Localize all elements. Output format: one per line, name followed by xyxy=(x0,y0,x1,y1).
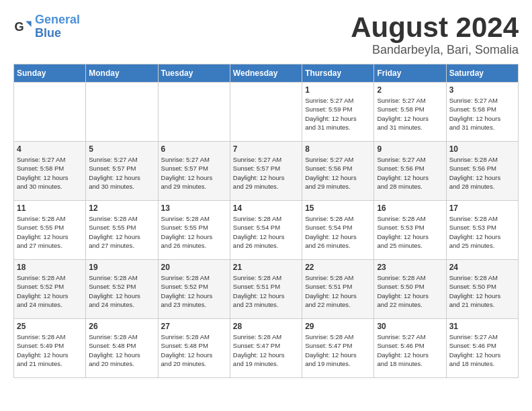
day-info: Sunrise: 5:28 AMSunset: 5:50 PMDaylight:… xyxy=(377,273,443,309)
header-tuesday: Tuesday xyxy=(158,64,230,83)
table-row: 17Sunrise: 5:28 AMSunset: 5:53 PMDayligh… xyxy=(446,201,518,260)
table-row: 22Sunrise: 5:28 AMSunset: 5:51 PMDayligh… xyxy=(302,260,374,319)
day-number: 18 xyxy=(17,263,83,272)
day-number: 26 xyxy=(89,322,154,331)
day-info: Sunrise: 5:28 AMSunset: 5:55 PMDaylight:… xyxy=(161,214,227,250)
day-number: 25 xyxy=(17,322,83,331)
day-number: 14 xyxy=(233,203,299,213)
calendar-week-row: 11Sunrise: 5:28 AMSunset: 5:55 PMDayligh… xyxy=(14,201,519,260)
day-number: 15 xyxy=(305,203,371,213)
table-row: 27Sunrise: 5:28 AMSunset: 5:48 PMDayligh… xyxy=(158,319,230,378)
day-number: 1 xyxy=(305,85,371,95)
table-row: 18Sunrise: 5:28 AMSunset: 5:52 PMDayligh… xyxy=(14,260,86,319)
day-number: 29 xyxy=(305,322,371,331)
table-row: 19Sunrise: 5:28 AMSunset: 5:52 PMDayligh… xyxy=(86,260,158,319)
calendar-week-row: 25Sunrise: 5:28 AMSunset: 5:49 PMDayligh… xyxy=(14,319,519,378)
day-info: Sunrise: 5:28 AMSunset: 5:47 PMDaylight:… xyxy=(305,332,371,368)
table-row: 8Sunrise: 5:27 AMSunset: 5:56 PMDaylight… xyxy=(302,142,374,201)
table-row: 23Sunrise: 5:28 AMSunset: 5:50 PMDayligh… xyxy=(374,260,446,319)
table-row: 5Sunrise: 5:27 AMSunset: 5:57 PMDaylight… xyxy=(86,142,158,201)
logo-text: GeneralBlue xyxy=(35,13,80,40)
day-number: 22 xyxy=(305,263,371,272)
day-number: 23 xyxy=(377,263,443,272)
day-info: Sunrise: 5:28 AMSunset: 5:51 PMDaylight:… xyxy=(233,273,299,309)
table-row: 21Sunrise: 5:28 AMSunset: 5:51 PMDayligh… xyxy=(230,260,302,319)
table-row: 24Sunrise: 5:28 AMSunset: 5:50 PMDayligh… xyxy=(446,260,518,319)
table-row: 10Sunrise: 5:28 AMSunset: 5:56 PMDayligh… xyxy=(446,142,518,201)
day-number: 31 xyxy=(449,322,515,331)
table-row: 6Sunrise: 5:27 AMSunset: 5:57 PMDaylight… xyxy=(158,142,230,201)
day-info: Sunrise: 5:27 AMSunset: 5:56 PMDaylight:… xyxy=(377,155,443,191)
day-number: 30 xyxy=(377,322,443,331)
day-number: 6 xyxy=(161,144,227,154)
day-info: Sunrise: 5:28 AMSunset: 5:52 PMDaylight:… xyxy=(89,273,154,309)
table-row: 14Sunrise: 5:28 AMSunset: 5:54 PMDayligh… xyxy=(230,201,302,260)
logo: G GeneralBlue xyxy=(13,13,80,40)
day-number: 27 xyxy=(161,322,227,331)
table-row: 31Sunrise: 5:27 AMSunset: 5:46 PMDayligh… xyxy=(446,319,518,378)
day-info: Sunrise: 5:27 AMSunset: 5:58 PMDaylight:… xyxy=(449,96,515,132)
day-number: 8 xyxy=(305,144,371,154)
day-number: 3 xyxy=(449,85,515,95)
table-row xyxy=(158,83,230,142)
day-info: Sunrise: 5:27 AMSunset: 5:57 PMDaylight:… xyxy=(233,155,299,191)
page-header: G GeneralBlue August 2024 Bandarbeyla, B… xyxy=(13,13,519,57)
day-info: Sunrise: 5:28 AMSunset: 5:53 PMDaylight:… xyxy=(377,214,443,250)
day-number: 20 xyxy=(161,263,227,272)
header-wednesday: Wednesday xyxy=(230,64,302,83)
calendar-header-row: Sunday Monday Tuesday Wednesday Thursday… xyxy=(14,64,519,83)
svg-marker-1 xyxy=(26,21,31,26)
table-row: 20Sunrise: 5:28 AMSunset: 5:52 PMDayligh… xyxy=(158,260,230,319)
day-number: 10 xyxy=(449,144,515,154)
day-info: Sunrise: 5:28 AMSunset: 5:48 PMDaylight:… xyxy=(89,332,154,368)
day-info: Sunrise: 5:28 AMSunset: 5:52 PMDaylight:… xyxy=(161,273,227,309)
day-number: 24 xyxy=(449,263,515,272)
table-row: 3Sunrise: 5:27 AMSunset: 5:58 PMDaylight… xyxy=(446,83,518,142)
day-info: Sunrise: 5:28 AMSunset: 5:55 PMDaylight:… xyxy=(89,214,154,250)
table-row xyxy=(230,83,302,142)
table-row: 13Sunrise: 5:28 AMSunset: 5:55 PMDayligh… xyxy=(158,201,230,260)
day-number: 16 xyxy=(377,203,443,213)
day-info: Sunrise: 5:28 AMSunset: 5:49 PMDaylight:… xyxy=(17,332,83,368)
title-area: August 2024 Bandarbeyla, Bari, Somalia xyxy=(351,13,519,57)
table-row: 25Sunrise: 5:28 AMSunset: 5:49 PMDayligh… xyxy=(14,319,86,378)
day-number: 28 xyxy=(233,322,299,331)
day-info: Sunrise: 5:28 AMSunset: 5:55 PMDaylight:… xyxy=(17,214,83,250)
day-number: 4 xyxy=(17,144,83,154)
day-info: Sunrise: 5:27 AMSunset: 5:58 PMDaylight:… xyxy=(377,96,443,132)
day-info: Sunrise: 5:27 AMSunset: 5:58 PMDaylight:… xyxy=(17,155,83,191)
table-row: 15Sunrise: 5:28 AMSunset: 5:54 PMDayligh… xyxy=(302,201,374,260)
table-row: 11Sunrise: 5:28 AMSunset: 5:55 PMDayligh… xyxy=(14,201,86,260)
day-info: Sunrise: 5:28 AMSunset: 5:48 PMDaylight:… xyxy=(161,332,227,368)
table-row: 16Sunrise: 5:28 AMSunset: 5:53 PMDayligh… xyxy=(374,201,446,260)
day-number: 19 xyxy=(89,263,154,272)
table-row xyxy=(14,83,86,142)
month-title: August 2024 xyxy=(351,13,519,42)
table-row: 2Sunrise: 5:27 AMSunset: 5:58 PMDaylight… xyxy=(374,83,446,142)
table-row: 28Sunrise: 5:28 AMSunset: 5:47 PMDayligh… xyxy=(230,319,302,378)
day-info: Sunrise: 5:27 AMSunset: 5:59 PMDaylight:… xyxy=(305,96,371,132)
day-number: 21 xyxy=(233,263,299,272)
header-sunday: Sunday xyxy=(14,64,86,83)
location-title: Bandarbeyla, Bari, Somalia xyxy=(351,43,519,57)
table-row: 12Sunrise: 5:28 AMSunset: 5:55 PMDayligh… xyxy=(86,201,158,260)
day-info: Sunrise: 5:28 AMSunset: 5:51 PMDaylight:… xyxy=(305,273,371,309)
table-row: 26Sunrise: 5:28 AMSunset: 5:48 PMDayligh… xyxy=(86,319,158,378)
table-row: 7Sunrise: 5:27 AMSunset: 5:57 PMDaylight… xyxy=(230,142,302,201)
header-monday: Monday xyxy=(86,64,158,83)
table-row: 4Sunrise: 5:27 AMSunset: 5:58 PMDaylight… xyxy=(14,142,86,201)
day-number: 2 xyxy=(377,85,443,95)
day-info: Sunrise: 5:28 AMSunset: 5:47 PMDaylight:… xyxy=(233,332,299,368)
calendar-week-row: 18Sunrise: 5:28 AMSunset: 5:52 PMDayligh… xyxy=(14,260,519,319)
day-info: Sunrise: 5:27 AMSunset: 5:46 PMDaylight:… xyxy=(449,332,515,368)
day-info: Sunrise: 5:28 AMSunset: 5:53 PMDaylight:… xyxy=(449,214,515,250)
table-row xyxy=(86,83,158,142)
day-info: Sunrise: 5:27 AMSunset: 5:56 PMDaylight:… xyxy=(305,155,371,191)
day-number: 12 xyxy=(89,203,154,213)
svg-text:G: G xyxy=(14,19,24,33)
table-row: 29Sunrise: 5:28 AMSunset: 5:47 PMDayligh… xyxy=(302,319,374,378)
day-info: Sunrise: 5:27 AMSunset: 5:57 PMDaylight:… xyxy=(89,155,154,191)
day-info: Sunrise: 5:28 AMSunset: 5:56 PMDaylight:… xyxy=(449,155,515,191)
table-row: 1Sunrise: 5:27 AMSunset: 5:59 PMDaylight… xyxy=(302,83,374,142)
day-info: Sunrise: 5:28 AMSunset: 5:50 PMDaylight:… xyxy=(449,273,515,309)
